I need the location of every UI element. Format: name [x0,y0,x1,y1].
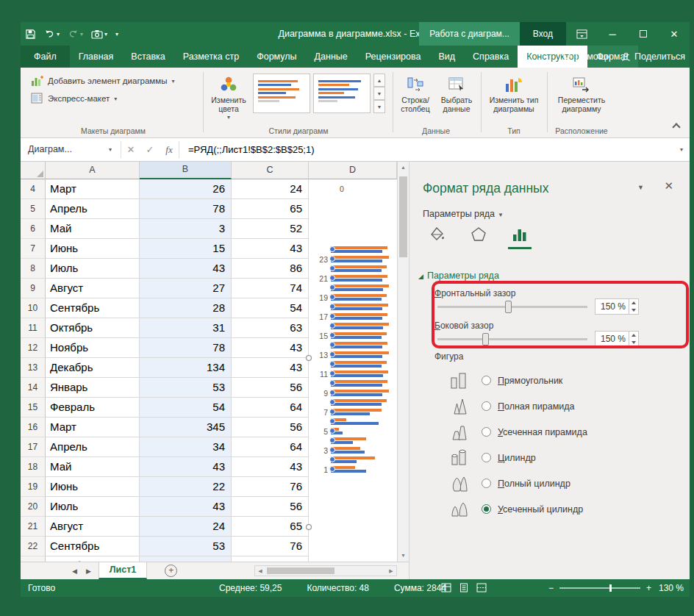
row-header[interactable]: 22 [21,537,46,556]
cell-c[interactable]: 52 [232,219,309,239]
chart-style-thumbnail[interactable] [253,74,310,113]
cell-c[interactable]: 43 [232,358,309,378]
cell-a[interactable]: Август [46,517,140,537]
chart-bars[interactable] [331,369,396,379]
formula-input[interactable]: =РЯД(;;Лист1!$B$2:$B$25;1) [179,138,673,161]
sheet-nav-right-icon[interactable]: ▶ [86,567,91,575]
bar-series2[interactable] [331,345,382,348]
data-point-marker[interactable] [329,437,335,443]
row-header[interactable]: 18 [21,457,46,477]
cell-a[interactable]: Сентябрь [46,537,140,556]
bar-series2[interactable] [331,269,382,272]
move-chart-button[interactable]: Переместить диаграмму [551,71,612,113]
data-point-marker[interactable] [329,351,335,357]
column-header-a[interactable]: A [46,162,140,179]
cell-b[interactable]: 78 [140,199,232,219]
cell-a[interactable]: Май [46,219,140,239]
vertical-scrollbar[interactable]: ▲ ▼ [397,162,409,562]
cell-c[interactable]: 74 [232,279,309,298]
cell-b[interactable]: 24 [140,517,232,537]
status-average[interactable]: Среднее: 59,25 [219,579,282,597]
shape-option[interactable]: Усеченный цилиндр [448,496,587,522]
sign-in-button[interactable]: Вход [520,22,566,46]
bar-series2[interactable] [331,259,382,262]
bar-series1[interactable] [331,456,375,459]
bar-series2[interactable] [331,393,382,396]
cell-a[interactable]: Май [46,457,140,477]
chart-bars[interactable] [331,264,396,273]
chart-bars[interactable] [331,312,396,321]
zoom-slider-thumb[interactable] [609,584,612,592]
cell-b[interactable]: 345 [140,418,232,437]
chart-selection-handle[interactable] [306,355,312,361]
chart-bars[interactable] [331,273,396,283]
shape-option[interactable]: Цилиндр [448,445,587,470]
cell-b[interactable]: 15 [140,239,232,259]
close-button[interactable]: ✕ [659,22,690,46]
help-button[interactable]: Помощн [562,51,611,62]
shape-option[interactable]: Полная пирамида [448,393,587,419]
bar-series1[interactable] [331,284,389,287]
cell-c[interactable]: 65 [232,517,309,537]
row-header[interactable]: 23 [21,556,46,562]
bar-series1[interactable] [331,265,387,268]
shape-option[interactable]: Полный цилиндр [448,470,587,496]
row-header[interactable]: 4 [21,179,46,199]
cell-c[interactable]: 56 [232,378,309,398]
bar-series1[interactable] [331,304,388,307]
quick-layout-button[interactable]: Экспресс-макет ▾ [26,90,200,107]
data-point-marker[interactable] [329,332,335,338]
chart-bars[interactable] [331,465,396,474]
change-chart-type-button[interactable]: Изменить тип диаграммы [485,71,543,113]
bar-series2[interactable] [331,317,382,320]
cell-b[interactable]: 54 [140,398,232,418]
bar-series2[interactable] [331,250,382,253]
cell-c[interactable]: 43 [232,338,309,358]
front-gap-spinner[interactable] [629,299,638,314]
chart-bars[interactable] [331,331,396,340]
data-point-marker[interactable] [329,399,335,405]
select-data-button[interactable]: Выбрать данные [437,71,476,113]
spin-down-icon[interactable] [632,341,636,344]
shape-option[interactable]: Прямоугольник [448,368,587,393]
cell-a[interactable]: Июнь [46,477,140,497]
chart-bars[interactable] [331,350,396,359]
cell-a[interactable]: Март [46,418,140,437]
bar-series2[interactable] [331,374,383,377]
chart-bars[interactable] [331,436,396,445]
bar-series2[interactable] [331,422,379,425]
cell-b[interactable]: 31 [140,318,232,338]
bar-series2[interactable] [331,307,382,310]
data-point-marker[interactable] [329,304,335,309]
data-point-marker[interactable] [329,370,335,376]
status-count[interactable]: Количество: 48 [307,579,368,597]
row-header[interactable]: 14 [21,378,46,398]
side-gap-value-input[interactable]: 150 % [595,331,639,347]
data-point-marker[interactable] [329,284,335,290]
add-chart-element-button[interactable]: Добавить элемент диаграммы ▾ [26,72,200,90]
ribbon-tab[interactable]: Вставка [122,46,174,68]
data-point-marker[interactable] [329,447,335,453]
pane-close-icon[interactable]: ✕ [664,179,673,193]
bar-series2[interactable] [331,355,382,358]
row-header[interactable]: 21 [21,517,46,537]
chart-bars[interactable] [331,379,396,388]
normal-view-icon[interactable] [441,583,451,592]
data-point-marker[interactable] [329,265,335,271]
spin-up-icon[interactable] [632,334,636,337]
page-layout-view-icon[interactable] [459,583,469,592]
cell-c[interactable]: 54 [232,298,309,318]
gallery-up-icon[interactable]: ▲ [373,74,385,87]
cell-b[interactable]: 43 [140,497,232,517]
shape-radio[interactable] [482,401,491,411]
name-box[interactable]: Диаграм... [21,138,109,161]
cell-c[interactable]: 63 [232,318,309,338]
bar-series2[interactable] [331,365,382,368]
cell-b[interactable]: 3 [140,219,232,239]
scroll-up-icon[interactable]: ▲ [398,162,409,173]
data-point-marker[interactable] [329,323,335,329]
data-point-marker[interactable] [329,380,335,386]
share-button[interactable]: Поделиться [621,51,685,62]
bar-series2[interactable] [331,279,382,282]
cell-a[interactable]: Сентябрь [46,298,140,318]
